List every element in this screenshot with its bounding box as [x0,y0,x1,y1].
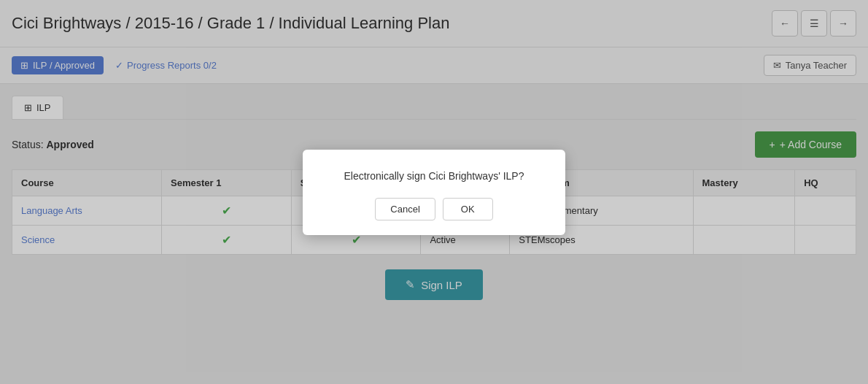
modal-dialog: Electronically sign Cici Brightways' ILP… [303,150,565,235]
ok-button[interactable]: OK [443,198,493,220]
cancel-button[interactable]: Cancel [375,198,435,220]
modal-overlay: Electronically sign Cici Brightways' ILP… [0,0,868,384]
modal-buttons: Cancel OK [320,198,548,220]
modal-message: Electronically sign Cici Brightways' ILP… [320,170,548,182]
